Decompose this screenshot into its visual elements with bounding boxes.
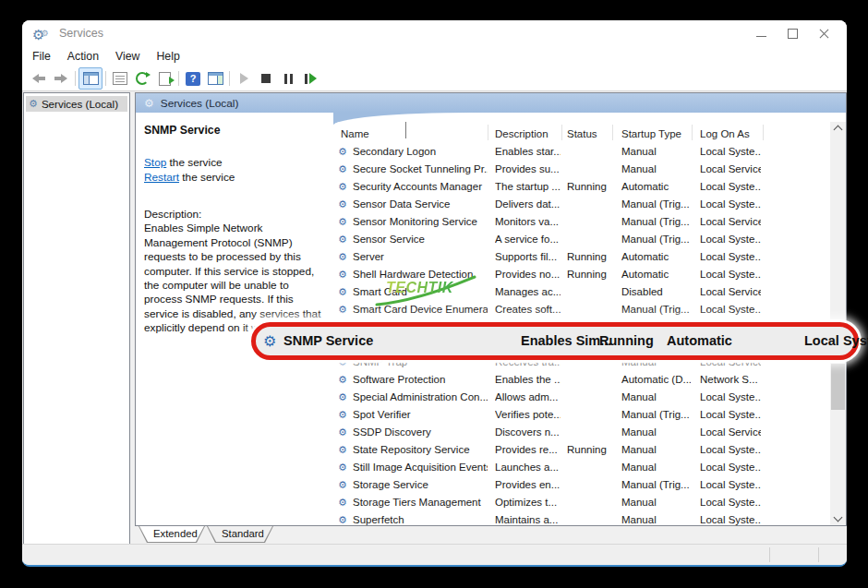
column-divider[interactable] — [612, 125, 613, 140]
service-gear-icon: ⚙ — [338, 196, 351, 213]
service-gear-icon: ⚙ — [338, 494, 351, 511]
service-row[interactable]: ⚙ Sensor Monitoring Service Monitors va.… — [333, 213, 826, 231]
service-row[interactable]: ⚙ Security Accounts Manager The startup … — [333, 178, 826, 196]
toolbar-separator — [105, 71, 106, 86]
service-row[interactable]: ⚙ Still Image Acquisition Events Launche… — [333, 459, 826, 476]
properties-icon — [113, 72, 127, 85]
content-area: ⚙ Services (Local) ⚙ Services (Local) SN… — [22, 91, 847, 545]
export-list-icon — [159, 72, 171, 86]
forward-button[interactable] — [50, 68, 72, 89]
services-gear-icon: ⚙ — [29, 99, 38, 109]
help-button[interactable]: ? — [182, 68, 204, 89]
tab-extended[interactable]: Extended — [139, 526, 205, 543]
services-gear-icon: ⚙⚙ — [32, 24, 49, 44]
window-title: Services — [59, 27, 103, 40]
service-gear-icon: ⚙ — [338, 511, 351, 525]
status-bar — [22, 544, 847, 565]
scroll-up-button[interactable] — [830, 122, 846, 138]
minimize-button[interactable] — [745, 20, 777, 46]
service-gear-icon: ⚙ — [338, 476, 351, 494]
extended-info-panel: SNMP Service Stop the service Restart th… — [136, 113, 333, 525]
service-gear-icon: ⚙ — [263, 327, 276, 355]
callout-log-on-as: Local Syste... — [804, 327, 868, 355]
service-gear-icon: ⚙ — [338, 213, 351, 231]
services-pane: ⚙ Services (Local) SNMP Service Stop the… — [135, 92, 847, 526]
refresh-button[interactable] — [131, 68, 153, 89]
callout-startup-type: Automatic — [667, 327, 732, 355]
maximize-button[interactable] — [777, 20, 808, 46]
service-row[interactable]: ⚙ Sensor Data Service Delivers dat... Ma… — [333, 196, 826, 213]
column-header-description[interactable]: Description — [495, 128, 549, 139]
pause-service-button[interactable] — [277, 68, 299, 89]
service-row[interactable]: ⚙ Storage Service Provides en... Manual … — [333, 476, 826, 494]
restart-service-link-line: Restart the service — [144, 170, 235, 185]
scroll-down-button[interactable] — [830, 510, 846, 525]
chevron-up-icon — [834, 126, 843, 135]
service-gear-icon: ⚙ — [338, 266, 351, 283]
service-row[interactable]: ⚙ Superfetch Maintains a... Manual Local… — [333, 511, 826, 525]
service-gear-icon: ⚙ — [338, 161, 351, 178]
toolbar-separator — [178, 71, 179, 86]
back-button[interactable] — [28, 68, 50, 89]
menu-help[interactable]: Help — [148, 48, 187, 65]
column-header-name[interactable]: Name — [341, 128, 369, 139]
service-description: Description: Enables Simple Network Mana… — [144, 208, 325, 336]
description-label: Description: — [144, 208, 325, 222]
show-action-pane-button[interactable] — [204, 68, 226, 89]
column-header-log-on-as[interactable]: Log On As — [700, 128, 750, 139]
column-divider[interactable] — [488, 125, 488, 140]
service-row[interactable]: ⚙ Spot Verifier Verifies pote... Manual … — [333, 406, 826, 424]
stop-link[interactable]: Stop — [144, 156, 166, 169]
toolbar-separator — [75, 71, 76, 86]
console-tree-icon — [83, 72, 99, 85]
export-list-button[interactable] — [153, 68, 175, 89]
restart-link[interactable]: Restart — [144, 171, 179, 184]
service-gear-icon: ⚙ — [338, 143, 351, 161]
toolbar: ? — [22, 66, 847, 91]
service-row[interactable]: ⚙ Special Administration Con... Allows a… — [333, 389, 826, 406]
callout-description: Enables Sim... — [521, 327, 611, 355]
service-row[interactable]: ⚙ Smart Card Device Enumera... Creates s… — [333, 301, 826, 318]
properties-button[interactable] — [109, 68, 131, 89]
tree-item-services-local[interactable]: ⚙ Services (Local) — [26, 96, 127, 112]
show-console-tree-button[interactable] — [78, 67, 102, 90]
service-row[interactable]: ⚙ Secure Socket Tunneling Pr... Provides… — [333, 161, 826, 178]
tab-standard[interactable]: Standard — [207, 526, 273, 543]
service-row[interactable]: ⚙ Software Protection Enables the ... Au… — [333, 371, 826, 389]
service-gear-icon: ⚙ — [338, 424, 351, 441]
stop-service-button[interactable] — [255, 68, 277, 89]
menu-action[interactable]: Action — [59, 48, 107, 65]
service-row[interactable]: ⚙ State Repository Service Provides re..… — [333, 441, 826, 459]
menu-bar: File Action View Help — [22, 46, 847, 66]
column-divider[interactable] — [763, 125, 764, 140]
close-button[interactable] — [808, 20, 839, 46]
action-pane-icon — [208, 72, 223, 85]
description-text: Enables Simple Network Management Protoc… — [144, 222, 325, 335]
service-row[interactable]: ⚙ SSDP Discovery Discovers n... Manual L… — [333, 424, 826, 441]
view-tabs: Extended Standard — [135, 526, 847, 543]
service-row[interactable]: ⚙ Sensor Service A service fo... Manual … — [333, 231, 826, 248]
service-row[interactable]: ⚙ Secondary Logon Enables star... Manual… — [333, 143, 826, 161]
column-divider[interactable] — [561, 125, 562, 140]
service-gear-icon: ⚙ — [338, 248, 351, 266]
title-bar: ⚙⚙ Services — [22, 20, 847, 46]
service-gear-icon: ⚙ — [338, 231, 351, 248]
console-tree-pane: ⚙ Services (Local) — [23, 92, 130, 545]
stop-service-link-line: Stop the service — [144, 155, 235, 170]
scrollbar-thumb[interactable] — [831, 364, 845, 410]
restart-service-button[interactable] — [299, 68, 321, 89]
column-divider[interactable] — [692, 125, 693, 140]
service-gear-icon: ⚙ — [338, 283, 351, 301]
callout-name: SNMP Service — [283, 327, 373, 355]
column-header-status[interactable]: Status — [567, 128, 597, 139]
service-row[interactable]: ⚙ Storage Tiers Management Optimizes t..… — [333, 494, 826, 511]
service-row[interactable]: ⚙ Server Supports fil... Running Automat… — [333, 248, 826, 266]
service-gear-icon: ⚙ — [338, 301, 351, 318]
menu-file[interactable]: File — [24, 48, 59, 65]
start-service-button[interactable] — [233, 68, 255, 89]
menu-view[interactable]: View — [107, 48, 148, 65]
column-header-startup-type[interactable]: Startup Type — [621, 128, 681, 139]
close-icon — [819, 29, 829, 39]
service-links: Stop the service Restart the service — [144, 155, 235, 185]
service-gear-icon: ⚙ — [338, 406, 351, 424]
